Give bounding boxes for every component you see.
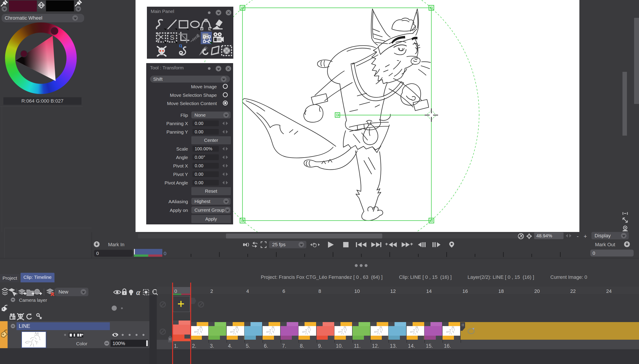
svg-text:α: α <box>136 288 140 296</box>
svg-text:S: S <box>170 34 174 41</box>
